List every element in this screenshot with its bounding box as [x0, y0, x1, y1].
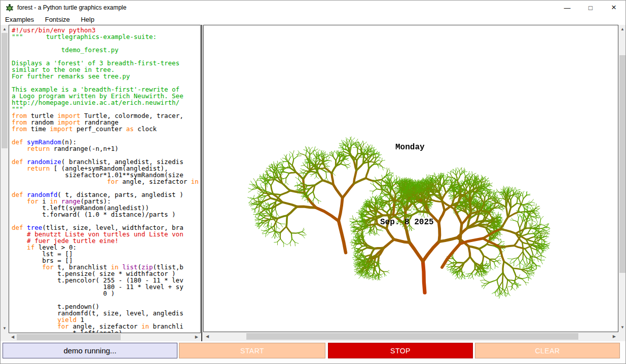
start-button[interactable]: START [179, 343, 325, 358]
code-line: return randrange(-n,n+1) [12, 145, 199, 152]
app-window: forest - a Python turtle graphics exampl… [0, 0, 626, 364]
stop-button[interactable]: STOP [328, 343, 473, 358]
scroll-right-icon[interactable]: ▶ [195, 335, 198, 339]
code-content: #!/usr/bin/env python3""" turtlegraphics… [12, 27, 199, 333]
scroll-up-icon[interactable]: ▲ [620, 27, 624, 31]
forest-drawing [204, 25, 618, 332]
code-horizontal-scrollbar[interactable]: ◀ ▶ [9, 333, 201, 341]
code-line: 0 ) [12, 290, 199, 297]
code-line: t.forward( (1.0 * distance)/parts ) [12, 211, 199, 218]
maximize-button[interactable]: □ [579, 1, 602, 15]
workspace: ▲ ▼ #!/usr/bin/env python3""" turtlegrap… [1, 25, 626, 341]
minimize-button[interactable]: — [556, 1, 579, 15]
code-vscroll-thumb[interactable] [2, 33, 8, 148]
scroll-down-icon[interactable]: ▼ [3, 327, 7, 331]
menu-examples[interactable]: Examples [1, 15, 39, 25]
title-bar: forest - a Python turtle graphics exampl… [1, 1, 625, 15]
code-line: tdemo_forest.py [12, 47, 199, 53]
canvas-text-label: Sep. 8 2025 [380, 218, 434, 227]
code-line: t.left(angle) [12, 330, 199, 333]
window-controls: — □ × [556, 1, 625, 15]
code-line: for angle, sizefactor in [12, 178, 199, 185]
close-button[interactable]: × [602, 1, 625, 15]
code-line: from time import perf_counter as clock [12, 126, 199, 132]
canvas-horizontal-scrollbar[interactable]: ◀ ▶ [203, 332, 618, 341]
scroll-left-icon[interactable]: ◀ [11, 335, 14, 339]
status-label: demo running... [3, 343, 177, 358]
close-icon: × [611, 3, 616, 13]
menu-help[interactable]: Help [76, 15, 99, 25]
canvas-text-label: Monday [395, 143, 425, 152]
canvas-vscroll-thumb[interactable] [619, 55, 625, 273]
code-line: """ turtlegraphics-example-suite: [12, 33, 199, 40]
scroll-left-icon[interactable]: ◀ [206, 335, 209, 339]
status-bar: demo running... START STOP CLEAR [1, 341, 626, 364]
canvas-hscroll-thumb[interactable] [246, 333, 578, 340]
window-title: forest - a Python turtle graphics exampl… [17, 4, 126, 11]
scroll-up-icon[interactable]: ▲ [3, 27, 7, 31]
menu-fontsize[interactable]: Fontsize [41, 15, 75, 25]
code-line: http://homepage.univie.ac.at/erich.neuwi… [12, 99, 199, 106]
clear-button[interactable]: CLEAR [475, 343, 620, 358]
code-editor[interactable]: #!/usr/bin/env python3""" turtlegraphics… [9, 25, 201, 333]
code-line: For further remarks see tree.py [12, 73, 199, 79]
scroll-down-icon[interactable]: ▼ [620, 326, 624, 330]
menu-bar: Examples Fontsize Help [1, 15, 625, 25]
code-hscroll-thumb[interactable] [17, 334, 121, 340]
canvas-vertical-scrollbar[interactable]: ▲ ▼ [618, 25, 626, 332]
maximize-icon: □ [588, 4, 593, 12]
turtle-canvas: MondaySep. 8 2025 [203, 25, 618, 332]
minimize-icon: — [564, 4, 571, 12]
code-vertical-scrollbar[interactable]: ▲ ▼ [1, 25, 9, 333]
scroll-right-icon[interactable]: ▶ [613, 335, 616, 339]
turtle-app-icon [5, 3, 14, 12]
